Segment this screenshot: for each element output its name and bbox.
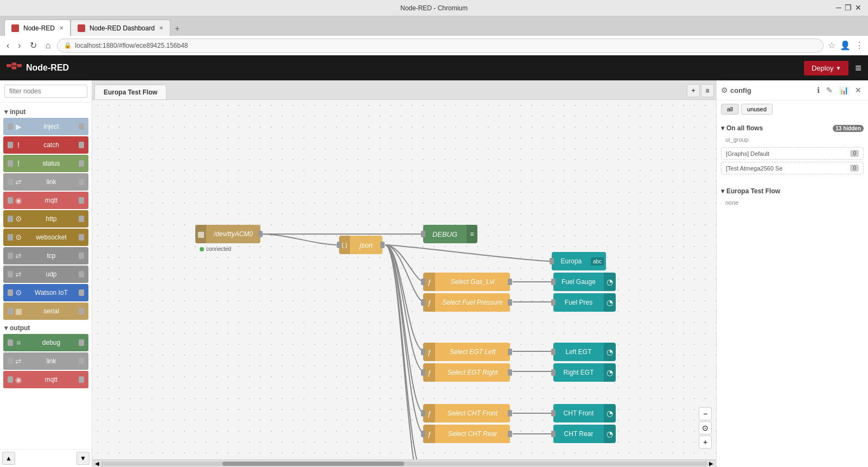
select-fuel-node[interactable]: ƒ Select Fuel Pressure: [423, 293, 510, 312]
config-tab-unused[interactable]: unused: [741, 104, 773, 115]
tab-dashboard[interactable]: Node-RED Dashboard ✕: [71, 20, 170, 36]
select-egt-right-label: Select EGT Right: [435, 369, 510, 376]
left-egt-port-left: [551, 349, 556, 355]
graphs-default-item[interactable]: [Graphs] Default 0: [721, 147, 864, 160]
scrollbar-thumb[interactable]: [222, 462, 404, 466]
node-debug-out-port-right: [79, 339, 84, 346]
category-output[interactable]: ▾ output: [0, 321, 92, 333]
node-serial-in[interactable]: ▦ serial: [3, 302, 88, 320]
node-mqtt-in[interactable]: ◉ mqtt: [3, 192, 88, 209]
new-tab-btn[interactable]: +: [170, 22, 184, 36]
address-input[interactable]: 🔒 localhost:1880/#flow/ece89425.156b48: [57, 39, 824, 53]
node-websocket-in[interactable]: ⚙ websocket: [3, 229, 88, 246]
sidebar-close-btn[interactable]: ✕: [853, 85, 864, 96]
fuel-pres-icon: ◔: [604, 293, 616, 312]
graphs-default-label: [Graphs] Default: [726, 150, 847, 157]
scroll-left-btn[interactable]: ◀: [93, 460, 101, 468]
config-tabs: all unused: [717, 100, 868, 118]
sidebar-edit-btn[interactable]: ✎: [824, 85, 835, 96]
zoom-reset-btn[interactable]: ⊙: [699, 421, 712, 434]
home-btn[interactable]: ⌂: [43, 40, 53, 52]
cht-rear-port-left: [551, 431, 556, 437]
europa-node[interactable]: Europa abc: [552, 252, 606, 270]
canvas-body[interactable]: ▦ /dev/ttyACM0 connected { } json: [92, 100, 716, 459]
node-status[interactable]: ! status: [3, 155, 88, 172]
canvas-zoom-controls: − ⊙ +: [699, 407, 712, 449]
node-watson-port-right: [79, 289, 84, 296]
refresh-btn[interactable]: ↻: [28, 39, 39, 52]
fuel-pres-node[interactable]: Fuel Pres ◔: [553, 293, 616, 312]
node-inject-label: inject: [24, 123, 79, 130]
hamburger-menu-btn[interactable]: ≡: [855, 62, 861, 74]
status-icon: !: [13, 159, 24, 168]
right-egt-node[interactable]: Right EGT ◔: [553, 363, 616, 382]
tab-close-dashboard[interactable]: ✕: [159, 25, 163, 31]
sidebar-chart-btn[interactable]: 📊: [837, 85, 851, 96]
serial-node[interactable]: ▦ /dev/ttyACM0 connected: [195, 225, 260, 243]
node-link-out[interactable]: ⇄ link: [3, 352, 88, 370]
cht-front-port-left: [551, 410, 556, 416]
canvas-tab-europa-label: Europa Test Flow: [104, 89, 157, 96]
account-icon[interactable]: 👤: [840, 40, 851, 51]
config-tab-all[interactable]: all: [721, 104, 739, 115]
tab-close-node-red[interactable]: ✕: [59, 25, 63, 31]
address-lock-icon: 🔒: [64, 42, 72, 49]
node-http-in-port-left: [8, 216, 13, 222]
json-node[interactable]: { } json: [339, 236, 382, 254]
node-debug-out[interactable]: ≡ debug: [3, 334, 88, 351]
select-egt-left-node[interactable]: ƒ Select EGT Left: [423, 343, 510, 361]
add-tab-btn[interactable]: +: [687, 84, 700, 97]
select-egt-right-node[interactable]: ƒ Select EGT Right: [423, 363, 510, 382]
scrollbar-track[interactable]: [101, 462, 707, 466]
zoom-in-btn[interactable]: +: [699, 436, 712, 449]
scroll-up-btn[interactable]: ▲: [2, 452, 15, 465]
minimize-btn[interactable]: ─: [836, 3, 841, 12]
sidebar-info-btn[interactable]: ℹ: [815, 85, 822, 96]
all-flows-header[interactable]: ▾ On all flows 13 hidden: [721, 122, 864, 134]
europa-none-label: none: [721, 197, 864, 208]
canvas-tab-europa[interactable]: Europa Test Flow: [94, 85, 167, 99]
deploy-button[interactable]: Deploy ▼: [804, 61, 848, 75]
select-gas-node[interactable]: ƒ Select Gas_Lvl: [423, 273, 510, 291]
select-egt-left-port-right: [508, 349, 512, 355]
tab-node-red[interactable]: Node-RED ✕: [4, 20, 71, 36]
back-btn[interactable]: ‹: [4, 40, 11, 52]
cht-front-node[interactable]: CHT Front ◔: [553, 404, 616, 422]
test-atmega-item[interactable]: [Test Atmega2560 Se 0: [721, 162, 864, 174]
node-catch-port-right: [79, 142, 84, 148]
node-mqtt-out[interactable]: ◉ mqtt: [3, 371, 88, 388]
fuel-gauge-label: Fuel Gauge: [553, 278, 604, 286]
select-cht-front-node[interactable]: ƒ Select CHT Front: [423, 404, 510, 422]
node-http-in-port-right: [79, 216, 84, 222]
category-input[interactable]: ▾ input: [0, 105, 92, 117]
select-cht-rear-node[interactable]: ƒ Select CHT Rear: [423, 425, 510, 443]
node-status-label: status: [24, 160, 79, 167]
filter-nodes-input[interactable]: [4, 85, 87, 98]
europa-section-header[interactable]: ▾ Europa Test Flow: [721, 185, 864, 197]
select-cht-rear-port-right: [508, 431, 512, 437]
restore-btn[interactable]: ❐: [845, 3, 852, 12]
node-tcp-in[interactable]: ⇄ tcp: [3, 247, 88, 264]
debug-node[interactable]: DEBUG ≡: [423, 225, 477, 243]
graphs-default-badge: 0: [850, 150, 859, 157]
sidebar-right-header: ⚙ config ℹ ✎ 📊 ✕: [717, 80, 868, 100]
node-inject[interactable]: ▶ inject: [3, 118, 88, 135]
scroll-down-btn[interactable]: ▼: [76, 452, 90, 465]
node-link-in[interactable]: ⇄ link: [3, 173, 88, 191]
canvas-horizontal-scrollbar[interactable]: ◀ ▶: [92, 459, 716, 467]
close-btn[interactable]: ✕: [855, 3, 861, 12]
left-egt-node[interactable]: Left EGT ◔: [553, 343, 616, 361]
cht-rear-node[interactable]: CHT Rear ◔: [553, 425, 616, 443]
scroll-right-btn[interactable]: ▶: [707, 460, 715, 468]
node-udp-in[interactable]: ⇄ udp: [3, 266, 88, 283]
node-http-in[interactable]: ⚙ http: [3, 210, 88, 228]
fuel-gauge-node[interactable]: Fuel Gauge ◔: [553, 273, 616, 291]
bookmark-icon[interactable]: ☆: [828, 40, 835, 51]
sidebar-right: ⚙ config ℹ ✎ 📊 ✕ all unused ▾: [716, 80, 868, 467]
forward-btn[interactable]: ›: [16, 40, 23, 52]
tab-list-btn[interactable]: ≡: [701, 84, 714, 97]
more-icon[interactable]: ⋮: [855, 40, 864, 51]
zoom-out-btn[interactable]: −: [699, 407, 712, 420]
node-catch[interactable]: ! catch: [3, 136, 88, 154]
node-watson-iot[interactable]: ⚙ Watson IoT: [3, 284, 88, 301]
